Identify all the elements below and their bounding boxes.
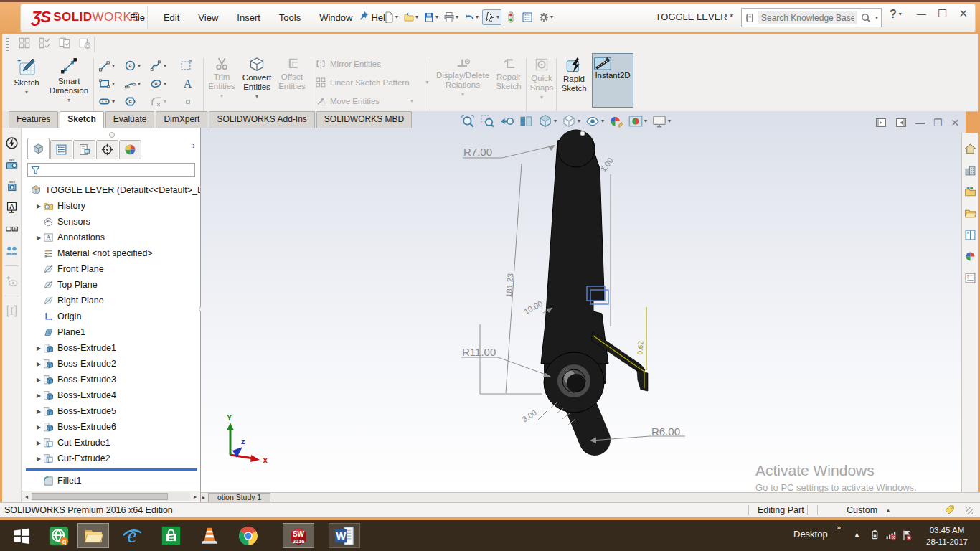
menu-window[interactable]: Window xyxy=(310,12,362,23)
expand-arrow-icon[interactable]: ▶ xyxy=(34,392,43,399)
expand-arrow-icon[interactable]: ▶ xyxy=(34,345,43,352)
taskbar-start[interactable] xyxy=(6,523,37,548)
offset-entities-button[interactable]: Offset Entities xyxy=(276,57,308,91)
sketch-button[interactable]: Sketch▾ xyxy=(8,57,45,95)
featuremanager-tree-tab[interactable] xyxy=(27,138,50,159)
mirror-entities-button[interactable]: Mirror Entities xyxy=(315,58,381,70)
tree-horizontal-scrollbar[interactable]: ◂ ▸ xyxy=(22,491,200,501)
tree-item-annotations[interactable]: ▶AAnnotations xyxy=(22,230,200,245)
tree-item-boss-extrude5[interactable]: ▶Boss-Extrude5 xyxy=(22,403,200,419)
print-button[interactable]: ▾ xyxy=(442,10,460,24)
resize-grip[interactable] xyxy=(966,507,973,514)
propertymanager-tab[interactable] xyxy=(50,140,72,159)
slot-button[interactable]: ▾ xyxy=(98,95,115,108)
spline-button[interactable]: ▾ xyxy=(150,60,166,72)
tree-item-plane1[interactable]: Plane1 xyxy=(22,324,200,340)
taskbar-windows-store[interactable] xyxy=(155,523,187,548)
tree-item-sensors[interactable]: Sensors xyxy=(22,214,200,230)
model-scene[interactable]: R7.00 R11.00 R6.00 181.23 10.00 1.00 3.0… xyxy=(201,111,966,492)
smart-dimension-button[interactable]: Smart Dimension▾ xyxy=(47,57,91,104)
tree-item-origin[interactable]: Origin xyxy=(22,309,200,324)
expand-arrow-icon[interactable]: ▶ xyxy=(34,440,43,446)
appearances-icon[interactable] xyxy=(964,250,976,263)
tree-item-top-plane[interactable]: Top Plane xyxy=(22,277,200,293)
arc-button[interactable]: ▾ xyxy=(124,77,141,90)
datum-target-icon[interactable] xyxy=(5,222,19,236)
close-button[interactable]: ✕ xyxy=(958,7,968,20)
circle-button[interactable]: ▾ xyxy=(124,60,141,72)
sketch-fillet-button[interactable]: ▾ xyxy=(150,95,166,108)
help-button[interactable]: ?▾ xyxy=(890,8,902,21)
displaymanager-tab[interactable] xyxy=(119,140,141,159)
menu-insert[interactable]: Insert xyxy=(227,12,270,23)
taskbar-solidworks-2016[interactable]: SW2016 xyxy=(283,523,314,548)
custom-properties-icon[interactable] xyxy=(964,272,976,284)
motion-study-tab[interactable]: otion Study 1 xyxy=(208,493,270,503)
document-compare-icon[interactable] xyxy=(58,37,71,50)
expand-arrow-icon[interactable]: ▶ xyxy=(34,408,43,415)
location-dimension-icon[interactable]: xxx xyxy=(5,158,19,171)
size-dimension-icon[interactable]: xxx xyxy=(5,179,19,193)
options-list-button[interactable] xyxy=(520,10,534,24)
tree-item-boss-extrude6[interactable]: ▶Boss-Extrude6 xyxy=(22,419,200,435)
repair-sketch-button[interactable]: RepairSketch xyxy=(493,57,524,91)
menu-tools[interactable]: Tools xyxy=(270,12,310,23)
scrollbar-thumb[interactable] xyxy=(32,493,168,500)
expand-arrow-icon[interactable]: ▶ xyxy=(34,203,43,209)
toggle-lever-part[interactable] xyxy=(541,130,648,440)
tab-features[interactable]: Features xyxy=(9,111,58,128)
tree-item-right-plane[interactable]: Right Plane xyxy=(22,293,200,309)
unit-dropdown-arrow-icon[interactable]: ▲ xyxy=(885,507,891,514)
menu-edit[interactable]: Edit xyxy=(154,12,189,23)
move-entities-button[interactable]: Move Entities▾ xyxy=(315,95,413,107)
tree-item-front-plane[interactable]: Front Plane xyxy=(22,261,200,277)
battery-icon[interactable] xyxy=(870,529,880,540)
trim-entities-button[interactable]: Trim Entities▾ xyxy=(206,57,237,100)
auto-dimension-icon[interactable] xyxy=(5,136,19,150)
tree-item-boss-extrude2[interactable]: ▶Boss-Extrude2 xyxy=(22,356,200,372)
search-dropdown-icon[interactable]: ▾ xyxy=(875,15,878,21)
display-delete-relations-button[interactable]: Display/DeleteRelations▾ xyxy=(434,57,491,98)
expand-arrow-icon[interactable]: ▶ xyxy=(34,361,43,367)
menu-file[interactable]: File xyxy=(121,12,154,23)
rollback-bar[interactable] xyxy=(26,468,197,471)
dimxpertmanager-tab[interactable] xyxy=(96,140,118,159)
point-button[interactable] xyxy=(183,97,193,107)
solidworks-resources-icon[interactable] xyxy=(964,164,976,176)
tolerance-status-icon[interactable] xyxy=(5,304,19,318)
linear-sketch-pattern-button[interactable]: Linear Sketch Pattern▾ xyxy=(315,77,429,88)
selection-check-icon[interactable] xyxy=(38,37,51,50)
dim-10[interactable]: 10.00 xyxy=(522,299,544,316)
taskbar-vlc[interactable] xyxy=(194,523,225,548)
toolbar-drag-handle[interactable] xyxy=(6,38,9,51)
tab-solidworks-add-ins[interactable]: SOLIDWORKS Add-Ins xyxy=(209,111,314,128)
panel-collapse-handle[interactable] xyxy=(109,132,115,138)
menu-view[interactable]: View xyxy=(189,12,227,23)
view-palette-icon[interactable] xyxy=(964,229,976,241)
polygon-button[interactable] xyxy=(124,95,136,108)
collaboration-icon[interactable] xyxy=(5,244,19,258)
tag-icon[interactable] xyxy=(944,504,955,515)
instant2d-button[interactable]: Instant2D xyxy=(592,53,633,108)
tab-dimxpert[interactable]: DimXpert xyxy=(156,111,207,128)
tree-item-fillet1[interactable]: Fillet1 xyxy=(22,473,200,489)
search-icon[interactable] xyxy=(860,12,872,24)
tree-item-history[interactable]: ▶History xyxy=(22,198,200,214)
pin-menu-icon[interactable] xyxy=(357,10,369,22)
quick-snaps-button[interactable]: QuickSnaps▾ xyxy=(528,57,555,101)
action-center-flag-icon[interactable] xyxy=(901,529,913,541)
datum-note-icon[interactable]: A xyxy=(5,201,19,215)
tray-clock[interactable]: 03:45 AM 28-11-2017 xyxy=(920,524,974,547)
text-button[interactable]: A xyxy=(182,77,194,90)
tree-filter-box[interactable] xyxy=(27,163,195,177)
unit-system-dropdown[interactable]: Custom xyxy=(847,505,877,515)
tree-item-boss-extrude1[interactable]: ▶Boss-Extrude1 xyxy=(22,340,200,356)
tab-sketch[interactable]: Sketch xyxy=(60,111,103,128)
dim-181[interactable]: 181.23 xyxy=(504,273,514,298)
network-icon[interactable] xyxy=(885,529,897,541)
viewport-collapse-handle[interactable] xyxy=(580,131,585,136)
tree-item-cut-extrude1[interactable]: ▶Cut-Extrude1 xyxy=(22,435,200,451)
motion-tab-scroll-icon[interactable]: ▸ xyxy=(202,494,205,501)
document-mail-icon[interactable]: @ xyxy=(78,37,91,50)
tree-item-root[interactable]: TOGGLE LEVER (Default<<Default>_Dis xyxy=(22,182,200,198)
